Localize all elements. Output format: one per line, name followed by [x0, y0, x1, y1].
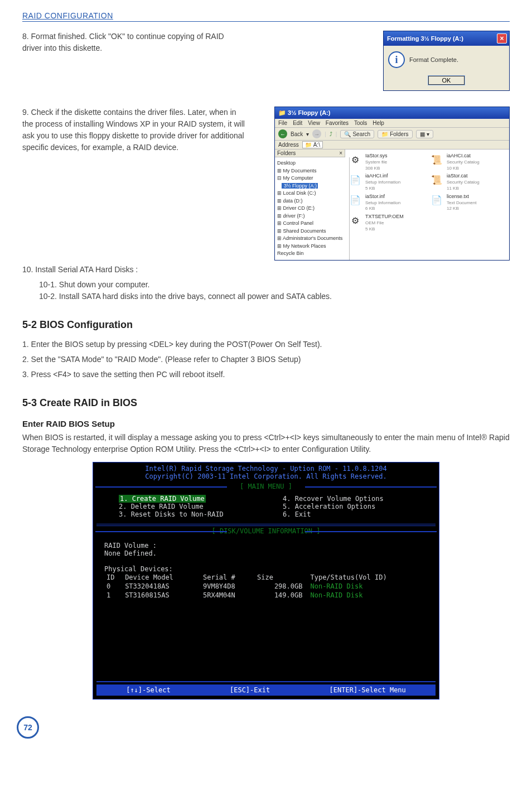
file-name: iaStor.inf: [365, 194, 385, 199]
file-type: System file: [365, 160, 387, 165]
tree-item[interactable]: ⊞ Shared Documents: [277, 228, 347, 235]
close-folders-icon[interactable]: ×: [339, 150, 342, 156]
tree-item[interactable]: ⊞ driver (F:): [277, 213, 347, 220]
file-item[interactable]: ⚙ IaStor.sys System file 308 KB: [349, 153, 424, 171]
file-item[interactable]: 📄 iaStor.inf Setup Information 6 KB: [349, 194, 424, 211]
search-button[interactable]: 🔍Search: [340, 130, 374, 138]
file-size: 308 KB: [365, 166, 380, 171]
views-button[interactable]: ▦▾: [416, 130, 433, 138]
menu-file[interactable]: File: [278, 120, 287, 126]
forward-icon: →: [312, 129, 321, 138]
page-number: 72: [17, 716, 39, 739]
file-icon: 📄: [349, 194, 362, 207]
col-status: Type/Status(Vol ID): [308, 573, 428, 582]
bios-device-table: ID Device Model Serial # Size Type/Statu…: [104, 573, 428, 600]
folders-pane-header: Folders: [277, 150, 296, 156]
file-type: OEM File: [365, 220, 384, 225]
folder-tree[interactable]: Desktop ⊞ My Documents ⊟ My Computer 3½ …: [275, 157, 350, 260]
dialog-titlebar: Formatting 3½ Floppy (A:) ×: [384, 31, 509, 46]
sec53-paragraph: When BIOS is restarted, it will display …: [22, 432, 510, 455]
tree-item[interactable]: ⊞ Control Panel: [277, 220, 347, 228]
format-complete-dialog: Formatting 3½ Floppy (A:) × i Format Com…: [383, 31, 510, 91]
bios-header-line2: Copyright(C) 2003-11 Intel Corporation. …: [93, 472, 439, 480]
dialog-title: Formatting 3½ Floppy (A:): [387, 35, 463, 42]
section-5-3-subheading: Enter RAID BIOS Setup: [22, 419, 510, 428]
file-type: Text Document: [447, 200, 476, 205]
bios-menu-item[interactable]: 5. Acceleration Options: [283, 503, 413, 510]
bios-footer-select: [↑↓]-Select: [126, 686, 170, 694]
file-item[interactable]: 📄 iaAHCI.inf Setup Information 5 KB: [349, 173, 424, 191]
address-label: Address: [278, 142, 299, 148]
bios-physical-devices-label: Physical Devices:: [104, 565, 428, 573]
file-icon: 📜: [430, 173, 443, 186]
section-5-2-heading: 5-2 BIOS Configuration: [22, 319, 510, 331]
tree-item[interactable]: ⊟ My Computer: [277, 175, 347, 182]
tree-item[interactable]: ⊞ Local Disk (C:): [277, 190, 347, 197]
bios-menu-item[interactable]: 6. Exit: [283, 510, 413, 518]
bios-footer-enter: [ENTER]-Select Menu: [330, 686, 406, 694]
file-name: license.txt: [447, 194, 469, 199]
tree-item[interactable]: ⊞ My Documents: [277, 167, 347, 175]
tree-item[interactable]: Desktop: [277, 160, 347, 167]
bios-menu-item[interactable]: 1. Create RAID Volume: [119, 495, 249, 503]
file-size: 5 KB: [365, 186, 375, 191]
explorer-title: 📁 3½ Floppy (A:): [278, 109, 330, 117]
step-9: 9. Check if the diskette contains the dr…: [22, 107, 245, 153]
bios-screen: Intel(R) Rapid Storage Technology - Upti…: [93, 462, 439, 700]
file-size: 5 KB: [365, 226, 375, 232]
tree-item[interactable]: ⊞ Administrator's Documents: [277, 235, 347, 243]
bios-menu-item[interactable]: 2. Delete RAID Volume: [119, 503, 249, 510]
ok-button[interactable]: OK: [428, 76, 465, 85]
address-field[interactable]: 📁 A:\: [302, 141, 322, 148]
file-item[interactable]: 📜 iaStor.cat Security Catalog 11 KB: [430, 173, 506, 191]
tree-item[interactable]: Recycle Bin: [277, 250, 347, 258]
menu-tools[interactable]: Tools: [354, 120, 367, 126]
step-8: 8. Format finished. Click "OK" to contin…: [22, 31, 234, 54]
file-item[interactable]: 📜 iaAHCI.cat Security Catalog 10 KB: [430, 153, 506, 171]
chevron-down-icon[interactable]: ▾: [306, 131, 309, 137]
menu-edit[interactable]: Edit: [293, 120, 302, 126]
bios-menu-item[interactable]: 3. Reset Disks to Non-RAID: [119, 510, 249, 518]
page-number-badge: 72: [22, 716, 510, 739]
file-type: Security Catalog: [447, 180, 480, 185]
bios-header-line1: Intel(R) Rapid Storage Technology - Upti…: [93, 465, 439, 472]
file-size: 12 KB: [447, 206, 459, 211]
col-serial: Serial #: [201, 573, 255, 582]
folders-button[interactable]: 📁Folders: [378, 130, 412, 138]
bios-info-label: [ DISK/VOLUME INFORMATION ]: [93, 527, 439, 535]
explorer-menubar: File Edit View Favorites Tools Help: [275, 119, 509, 128]
step-10-2: 10-2. Install SATA hard disks into the d…: [39, 291, 510, 302]
sec52-step1: 1. Enter the BIOS setup by pressing <DEL…: [22, 339, 510, 350]
file-name: iaStor.cat: [447, 173, 468, 179]
file-type: Setup Information: [365, 180, 400, 185]
menu-help[interactable]: Help: [373, 120, 384, 126]
file-size: 6 KB: [365, 206, 375, 211]
file-item[interactable]: ⚙ TXTSETUP.OEM OEM File 5 KB: [349, 214, 424, 232]
tree-item[interactable]: ⊞ data (D:): [277, 197, 347, 205]
file-name: iaAHCI.cat: [447, 153, 471, 158]
menu-view[interactable]: View: [308, 120, 320, 126]
sec52-step3: 3. Press <F4> to save the setting then P…: [22, 369, 510, 380]
bios-footer-esc: [ESC]-Exit: [230, 686, 270, 694]
close-icon[interactable]: ×: [497, 33, 507, 44]
bios-menu-item[interactable]: 4. Recover Volume Options: [283, 495, 413, 503]
section-5-3-heading: 5-3 Create RAID in BIOS: [22, 397, 510, 409]
back-icon[interactable]: ←: [278, 129, 287, 138]
sec52-step2: 2. Set the "SATA Mode" to "RAID Mode". (…: [22, 354, 510, 365]
step-10-1: 10-1. Shut down your computer.: [39, 279, 510, 291]
file-size: 11 KB: [447, 186, 459, 191]
up-icon[interactable]: ⤴: [330, 131, 332, 137]
folders-icon: 📁: [381, 131, 388, 137]
file-name: IaStor.sys: [365, 153, 388, 158]
bios-none-defined: None Defined.: [104, 549, 428, 557]
tree-item[interactable]: 3½ Floppy (A:): [277, 182, 347, 190]
tree-item[interactable]: ⊞ My Network Places: [277, 243, 347, 250]
page-title: RAID CONFIGURATION: [22, 11, 113, 20]
back-button[interactable]: Back: [291, 131, 303, 137]
menu-favorites[interactable]: Favorites: [326, 120, 349, 126]
tree-item[interactable]: ⊞ Driver CD (E:): [277, 205, 347, 213]
dialog-message: Format Complete.: [409, 56, 458, 63]
search-icon: 🔍: [344, 131, 351, 137]
file-icon: 📄: [430, 194, 443, 207]
file-item[interactable]: 📄 license.txt Text Document 12 KB: [430, 194, 506, 211]
